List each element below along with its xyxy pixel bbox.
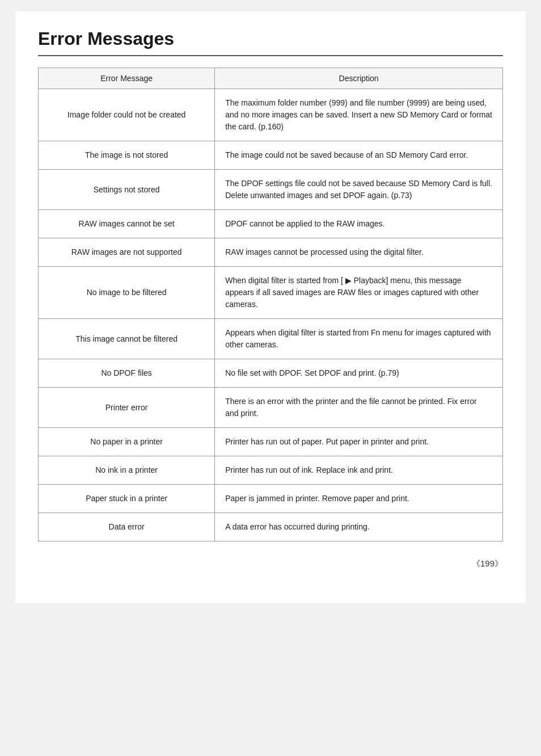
error-message-cell: Paper stuck in a printer: [39, 485, 215, 513]
error-message-cell: This image cannot be filtered: [39, 319, 215, 359]
table-row: Settings not storedThe DPOF settings fil…: [39, 170, 503, 210]
col-error-message-header: Error Message: [39, 68, 215, 89]
error-message-cell: The image is not stored: [39, 141, 215, 170]
page-container: Error Messages Error Message Description…: [15, 11, 526, 603]
error-message-cell: No ink in a printer: [39, 456, 215, 485]
table-row: This image cannot be filteredAppears whe…: [39, 319, 503, 359]
error-message-cell: No image to be filtered: [39, 267, 215, 319]
table-row: No ink in a printerPrinter has run out o…: [39, 456, 503, 485]
error-message-cell: No paper in a printer: [39, 428, 215, 456]
description-cell: A data error has occurred during printin…: [215, 513, 503, 541]
table-row: No paper in a printerPrinter has run out…: [39, 428, 503, 456]
error-message-cell: Image folder could not be created: [39, 89, 215, 141]
error-message-cell: No DPOF files: [39, 359, 215, 388]
table-row: No DPOF filesNo file set with DPOF. Set …: [39, 359, 503, 388]
description-cell: RAW images cannot be processed using the…: [215, 238, 503, 267]
description-cell: Paper is jammed in printer. Remove paper…: [215, 485, 503, 513]
description-cell: The maximum folder number (999) and file…: [215, 89, 503, 141]
error-message-cell: Data error: [39, 513, 215, 541]
description-cell: When digital filter is started from [ ▶ …: [215, 267, 503, 319]
table-header-row: Error Message Description: [39, 68, 503, 89]
table-row: RAW images cannot be setDPOF cannot be a…: [39, 210, 503, 238]
description-cell: No file set with DPOF. Set DPOF and prin…: [215, 359, 503, 388]
description-cell: Appears when digital filter is started f…: [215, 319, 503, 359]
page-title: Error Messages: [38, 28, 503, 56]
description-cell: Printer has run out of ink. Replace ink …: [215, 456, 503, 485]
description-cell: The DPOF settings file could not be save…: [215, 170, 503, 210]
page-number: 《199》: [38, 558, 503, 569]
error-message-cell: RAW images cannot be set: [39, 210, 215, 238]
table-row: Data errorA data error has occurred duri…: [39, 513, 503, 541]
description-cell: DPOF cannot be applied to the RAW images…: [215, 210, 503, 238]
table-row: The image is not storedThe image could n…: [39, 141, 503, 170]
table-row: No image to be filteredWhen digital filt…: [39, 267, 503, 319]
table-row: Paper stuck in a printerPaper is jammed …: [39, 485, 503, 513]
table-row: Image folder could not be createdThe max…: [39, 89, 503, 141]
error-message-cell: RAW images are not supported: [39, 238, 215, 267]
table-row: RAW images are not supportedRAW images c…: [39, 238, 503, 267]
error-messages-table: Error Message Description Image folder c…: [38, 68, 503, 541]
error-message-cell: Settings not stored: [39, 170, 215, 210]
col-description-header: Description: [215, 68, 503, 89]
description-cell: The image could not be saved because of …: [215, 141, 503, 170]
table-row: Printer errorThere is an error with the …: [39, 388, 503, 428]
description-cell: Printer has run out of paper. Put paper …: [215, 428, 503, 456]
error-message-cell: Printer error: [39, 388, 215, 428]
description-cell: There is an error with the printer and t…: [215, 388, 503, 428]
